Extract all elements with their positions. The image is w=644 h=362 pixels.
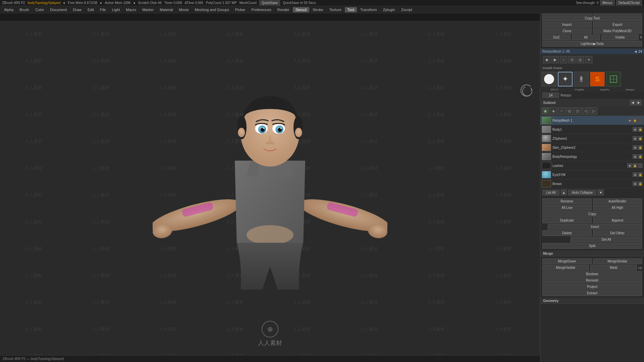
menu-file[interactable]: File [97, 7, 109, 12]
all-low-button[interactable]: All Low [542, 205, 592, 210]
menu-document[interactable]: Document [47, 7, 69, 12]
remesh-button[interactable]: Remesh [542, 278, 642, 283]
goz-button[interactable]: GoZ [542, 35, 571, 40]
project-button[interactable]: Project [542, 284, 642, 290]
del-other-button[interactable]: Del Other [593, 230, 642, 236]
copy-subtool-button[interactable]: Copy [542, 211, 642, 217]
list-up-arrow[interactable]: ▲ [561, 189, 567, 195]
del-all-button[interactable]: Del All [571, 237, 642, 242]
menu-movie[interactable]: Movie [176, 7, 191, 12]
subtool-item-lashes[interactable]: Lashes ◉ 🔒 ⋮ [540, 161, 644, 170]
subtool-btn-lock-eyesym[interactable]: 🔒 [638, 172, 643, 177]
menu-edit[interactable]: Edit [85, 7, 97, 12]
menu-transform[interactable]: Transform [358, 7, 380, 12]
tool-icon-1[interactable]: ◆ [543, 56, 550, 63]
menus-button[interactable]: Menus [600, 0, 615, 5]
subtool-btn-eye-eyesym[interactable]: ◉ [633, 172, 637, 177]
subtool-btn-eye-bodyretopo[interactable]: ◉ [633, 154, 637, 159]
subtool-btn-eye-lashes[interactable]: ◉ [627, 163, 632, 168]
menu-texture[interactable]: Texture [327, 7, 344, 12]
mergedown-button[interactable]: MergeDown [542, 258, 592, 264]
clone-button[interactable]: Clone [542, 28, 592, 34]
auto-collapse-button[interactable]: Auto Collapse [568, 190, 596, 195]
tool-icon-5[interactable]: ◎ [577, 56, 584, 63]
tool-icon-2[interactable]: ▶ [551, 56, 559, 63]
boolean-button[interactable]: Boolean [542, 271, 642, 277]
split-button[interactable]: Split [542, 243, 642, 249]
brush-white-circle[interactable] [542, 72, 556, 86]
brush-star[interactable] [558, 72, 573, 86]
subtool-item-body1[interactable]: Body1 ◉ 🔒 [540, 125, 644, 134]
menu-picker[interactable]: Picker [232, 7, 248, 12]
subtool-ctrl-1[interactable]: ◀ [630, 100, 635, 105]
menu-stencil[interactable]: Stencil [293, 7, 309, 12]
tool-icon-4[interactable]: ⊡ [568, 56, 576, 63]
menu-alpha[interactable]: Alpha [1, 7, 16, 12]
rename-button[interactable]: Rename [542, 198, 592, 204]
subtool-btn-more-lashes[interactable]: ⋮ [638, 163, 643, 168]
subtool-btn-lock-skin2[interactable]: 🔒 [638, 145, 643, 150]
menu-render[interactable]: Render [275, 7, 292, 12]
retopo-number-input[interactable] [542, 93, 559, 98]
subtool-btn-lock-lashes[interactable]: 🔒 [633, 163, 637, 168]
subtool-item-bodyretopology[interactable]: BodyRetopology ◉ 🔒 [540, 152, 644, 161]
menu-macro[interactable]: Macro [123, 7, 139, 12]
export-button[interactable]: Export [593, 22, 642, 27]
menu-color[interactable]: Color [33, 7, 47, 12]
menu-preferences[interactable]: Preferences [249, 7, 274, 12]
subtool-icon-4[interactable]: ◎ [566, 107, 573, 115]
default-script-button[interactable]: DefaultZScript [616, 0, 642, 5]
extract-button[interactable]: Extract [542, 290, 642, 296]
subtool-btn-lock1[interactable]: 🔒 [633, 118, 637, 123]
subtool-btn-eye-brows[interactable]: ◉ [633, 181, 637, 186]
insert-button[interactable]: Insert [548, 224, 642, 230]
duplicate-button[interactable]: Duplicate [542, 218, 592, 223]
subtool-icon-5[interactable]: ◷ [574, 107, 581, 115]
subtool-btn-eye-skin2[interactable]: ◉ [633, 145, 637, 150]
list-all-button[interactable]: List All [542, 190, 559, 195]
brush-figure[interactable] [574, 72, 589, 86]
menu-zplugin[interactable]: Zplugin [380, 7, 398, 12]
menu-light[interactable]: Light [109, 7, 123, 12]
subtool-item-brows[interactable]: Brows ◉ 🔒 [540, 179, 644, 188]
canvas-area[interactable]: // Generate watermark cells const grid =… [0, 21, 540, 355]
tool-icon-3[interactable]: ○ [560, 56, 567, 63]
brush-base-retopo[interactable] [606, 72, 621, 86]
mergevisible-button[interactable]: MergeVisible [542, 265, 589, 270]
subtool-icon-7[interactable]: ▷ [590, 107, 597, 115]
subtool-btn-eye1[interactable]: ◉ [627, 118, 632, 123]
lightbox-tools-button[interactable]: Lightbox▶Tools [542, 41, 642, 47]
subtool-icon-3[interactable]: ○ [558, 107, 565, 115]
subtool-btn-lock-brows[interactable]: 🔒 [638, 181, 643, 186]
import-button[interactable]: Import [542, 22, 592, 27]
make-polymesh3d-button[interactable]: Make PolyMesh3D [593, 28, 642, 34]
subtool-btn-eye-body1[interactable]: ◉ [633, 127, 637, 132]
retopomesh-expand[interactable]: ◀ [634, 50, 637, 53]
menu-brush[interactable]: Brush [17, 7, 32, 12]
delete-button[interactable]: Delete [542, 230, 592, 236]
all-button[interactable]: All [572, 35, 600, 40]
subtool-icon-6[interactable]: ◁ [582, 107, 589, 115]
autorender-button[interactable]: AutoRender [593, 198, 642, 204]
menu-zscript[interactable]: Zscript [398, 7, 415, 12]
menu-material[interactable]: Material [157, 7, 175, 12]
subtool-icon-1[interactable]: ◉ [542, 107, 549, 115]
mergesimilar-button[interactable]: MergeSimilar [593, 258, 642, 264]
auto-collapse-arrow[interactable]: ▼ [598, 189, 604, 195]
subtool-item-eyesym[interactable]: EyeSYM ◉ 🔒 [540, 170, 644, 179]
subtool-ctrl-2[interactable]: ▶ [636, 100, 641, 105]
subtool-btn-lock-body1[interactable]: 🔒 [638, 127, 643, 132]
subtool-item-retopomesh1[interactable]: RetopMesh 1 ◉ 🔒 ⋮ [540, 116, 644, 125]
subtool-icon-2[interactable]: ◈ [550, 107, 557, 115]
weld-button[interactable]: Weld [590, 265, 637, 270]
menu-draw[interactable]: Draw [70, 7, 84, 12]
visible-button[interactable]: Visible [601, 35, 639, 40]
menu-stroke[interactable]: Stroke [310, 7, 326, 12]
menu-tool[interactable]: Tool [345, 7, 357, 12]
subtool-btn-more1[interactable]: ⋮ [638, 118, 643, 123]
subtool-btn-eye-zsphere1[interactable]: ◉ [633, 136, 637, 141]
quicksave-button[interactable]: QuickSave [259, 0, 280, 5]
tool-icon-6[interactable]: ✦ [585, 56, 592, 63]
menu-meshing[interactable]: Meshing and Groups [192, 7, 232, 12]
subtool-item-zsphere1[interactable]: ZSphere1 ◉ 🔒 [540, 134, 644, 143]
